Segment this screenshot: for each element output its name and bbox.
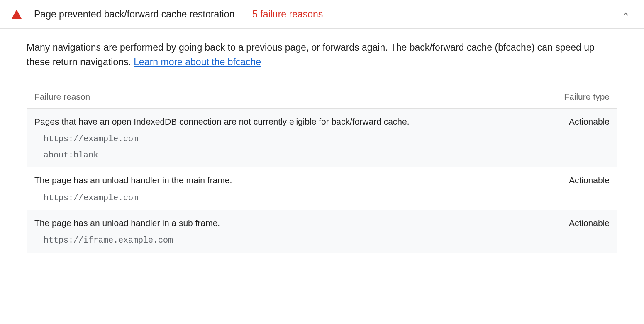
table-header-row: Failure reason Failure type <box>27 85 617 109</box>
failure-reason-text: The page has an unload handler in a sub … <box>34 217 569 229</box>
failure-reason-text: Pages that have an open IndexedDB connec… <box>34 115 569 128</box>
audit-header[interactable]: Page prevented back/forward cache restor… <box>0 0 644 29</box>
audit-description: Many navigations are performed by going … <box>0 29 644 76</box>
frame-url: https://iframe.example.com <box>44 236 610 245</box>
frame-url: https://example.com <box>44 134 610 144</box>
table-row: The page has an unload handler in a sub … <box>27 210 617 253</box>
audit-title: Page prevented back/forward cache restor… <box>34 9 234 20</box>
column-header-type: Failure type <box>564 92 610 102</box>
separator: — <box>239 9 249 20</box>
failure-type-text: Actionable <box>569 117 610 127</box>
row-main: The page has an unload handler in the ma… <box>34 174 610 186</box>
table-row: Pages that have an open IndexedDB connec… <box>27 109 617 167</box>
failure-count-label: 5 failure reasons <box>252 9 323 20</box>
section-divider <box>0 265 644 265</box>
failure-table: Failure reason Failure type Pages that h… <box>27 85 617 253</box>
failure-type-text: Actionable <box>569 175 610 185</box>
row-main: The page has an unload handler in a sub … <box>34 217 610 229</box>
description-text: Many navigations are performed by going … <box>27 42 595 67</box>
frame-url: about:blank <box>44 150 610 160</box>
warning-triangle-icon <box>12 10 22 19</box>
table-row: The page has an unload handler in the ma… <box>27 167 617 210</box>
frame-url: https://example.com <box>44 193 610 203</box>
failure-reason-text: The page has an unload handler in the ma… <box>34 174 569 186</box>
learn-more-link[interactable]: Learn more about the bfcache <box>134 56 261 67</box>
failure-type-text: Actionable <box>569 218 610 228</box>
chevron-up-icon[interactable] <box>619 7 632 21</box>
row-main: Pages that have an open IndexedDB connec… <box>34 115 610 128</box>
column-header-reason: Failure reason <box>34 92 564 102</box>
